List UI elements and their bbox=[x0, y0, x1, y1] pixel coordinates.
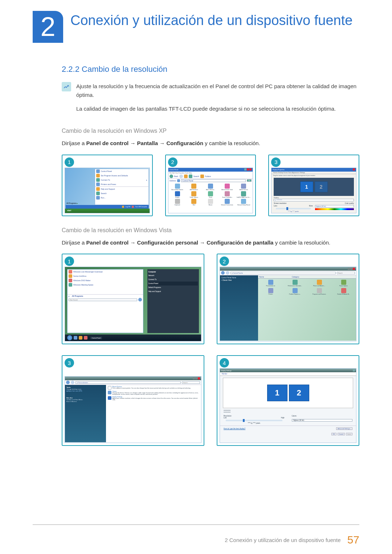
all-programs: All Programs bbox=[66, 202, 77, 204]
more: More bbox=[309, 205, 313, 207]
connect-item: Connect To bbox=[101, 179, 110, 181]
ci: Network Connections bbox=[221, 204, 233, 206]
vista-figure-2: 2 ▸ Control Panel ▸ Control Panel Home •… bbox=[217, 254, 359, 344]
xp-instr-post: y cambie la resolución. bbox=[203, 140, 260, 146]
note-block: Ajuste la resolución y la frecuencia de … bbox=[62, 82, 359, 118]
search-item: Search bbox=[101, 192, 107, 194]
ds-win-title: Display Settings bbox=[221, 370, 232, 372]
ds-text: Adjust your monitor resolution, which ch… bbox=[113, 398, 200, 401]
vista-start-mock: Windows Live Messenger Download Norton A… bbox=[65, 267, 201, 341]
vista-row-1: 1 Windows Live Messenger Download Norton… bbox=[62, 254, 359, 344]
ci: Folder Options bbox=[190, 197, 198, 198]
v-callout-1: 1 bbox=[65, 257, 74, 266]
help-item: Help and Support bbox=[101, 188, 115, 190]
turnoff: Turn Off Computer bbox=[135, 206, 147, 208]
xp-figure-1: 1 Control Panel Set Program Access and D… bbox=[62, 155, 153, 216]
v-addr: Control Panel bbox=[233, 272, 242, 274]
dvd: Windows DVD Maker bbox=[73, 279, 91, 282]
start-search bbox=[69, 299, 137, 301]
callout-1: 1 bbox=[65, 157, 74, 167]
vci: Printers bbox=[268, 294, 273, 295]
v-ok: OK bbox=[331, 433, 336, 435]
callout-3: 3 bbox=[271, 157, 281, 167]
ci: Fonts bbox=[209, 197, 212, 198]
note-text: Ajuste la resolución y la frecuencia de … bbox=[76, 82, 359, 118]
dp-tabs: Themes Desktop Screen Saver Appearance S… bbox=[271, 172, 356, 174]
xp-figure-2: 2 Control Panel File Edit View Favorites… bbox=[165, 155, 256, 216]
footer-divider bbox=[33, 524, 359, 525]
v-callout-2: 2 bbox=[220, 257, 229, 266]
chapter-header: 2 Conexión y utilización de un dispositi… bbox=[33, 11, 359, 43]
classic-view: Classic View bbox=[222, 279, 232, 281]
vista-display-settings-mock: Display Settings Monitor 12 *********** … bbox=[220, 368, 356, 443]
footer-text: 2 Conexión y utilización de un dispositi… bbox=[225, 537, 340, 543]
v-instr-pre: Diríjase a bbox=[62, 239, 86, 246]
ci: Mouse bbox=[209, 204, 213, 206]
defprog: Default Programs bbox=[148, 286, 198, 290]
v-callout-3: 3 bbox=[65, 358, 74, 368]
xp-figure-3: 3 Display Properties Themes Desktop Scre… bbox=[268, 155, 359, 216]
v-cancel: Cancel bbox=[338, 433, 345, 435]
v-apply: Apply bbox=[346, 433, 352, 435]
v-all-programs: All Programs bbox=[72, 295, 83, 297]
vista-heading: Cambio de la resolución en Windows Vista bbox=[62, 227, 359, 234]
monitor-tab: Monitor bbox=[220, 372, 356, 376]
vista-figure-3: 3 ▸ Personalization Tasks Change desktop… bbox=[62, 355, 204, 446]
vci: Programs and Features bbox=[313, 294, 326, 295]
vci: Problem Reports a... bbox=[289, 294, 301, 295]
vista-personalization-mock: ▸ Personalization Tasks Change desktop i… bbox=[65, 376, 201, 443]
addr-val: Control Panel bbox=[181, 179, 246, 182]
xp-figure-row: 1 Control Panel Set Program Access and D… bbox=[62, 155, 359, 216]
best-display-link: How do I get the best display? bbox=[224, 428, 245, 430]
section-heading: 2.2.2 Cambio de la resolución bbox=[62, 65, 359, 74]
xp-path2: Pantalla bbox=[137, 140, 158, 146]
cp-title: Control Panel bbox=[170, 169, 178, 171]
page-footer: 2 Conexión y utilización de un dispositi… bbox=[33, 534, 359, 546]
cp-home: Control Panel Home bbox=[221, 277, 257, 279]
v-path2: Configuración personal bbox=[137, 239, 198, 246]
v-path1: Panel de control bbox=[86, 239, 129, 246]
defaults-item: Set Program Access and Defaults bbox=[101, 175, 128, 177]
ci: Intel(R) GMA Driver for ... bbox=[237, 197, 251, 198]
color-val: Highest (32 bit) bbox=[315, 205, 354, 208]
note-icon bbox=[62, 82, 71, 91]
chapter-number-badge: 2 bbox=[33, 11, 63, 43]
vista-cp-mock: ▸ Control Panel ▸ Control Panel Home • C… bbox=[220, 267, 356, 341]
xp-instruction: Diríjase a Panel de control → Pantalla →… bbox=[62, 139, 359, 148]
folders-btn: Folders bbox=[205, 175, 211, 177]
ci: Add Hardware bbox=[190, 189, 198, 190]
vci: Personalizati on bbox=[266, 285, 275, 287]
cp-vista: Control Panel bbox=[148, 282, 198, 286]
search-btn: Search bbox=[193, 175, 199, 177]
xp-start-menu-mock: Control Panel Set Program Access and Def… bbox=[65, 168, 150, 213]
dp-disp-label: Display: bbox=[274, 197, 279, 198]
start-button: start bbox=[65, 209, 150, 213]
theme-text: Change the theme. Themes can change a wi… bbox=[113, 392, 200, 395]
v-instr-post: y cambie la resolución. bbox=[273, 239, 330, 246]
taskbar-cp: Control Panel bbox=[90, 337, 102, 339]
cp-icons-grid: Accessibility Options Add Hardware Add o… bbox=[168, 182, 253, 207]
vci: Realtek HD Audio M... bbox=[337, 294, 350, 295]
network: Network bbox=[148, 274, 198, 278]
xp-display-props-mock: Display Properties Themes Desktop Screen… bbox=[271, 168, 356, 213]
ci: Accessibility Options bbox=[171, 189, 183, 190]
sa2: Ease of Access bbox=[66, 401, 105, 402]
ci: Keyboard bbox=[175, 204, 180, 206]
vista-instruction: Diríjase a Panel de control → Configurac… bbox=[62, 238, 359, 247]
note-p1: Ajuste la resolución y la frecuencia de … bbox=[76, 82, 359, 99]
v-res-val: **** by **** pixels bbox=[224, 422, 285, 424]
v-cp-search bbox=[337, 272, 355, 274]
xp-cp-mock: Control Panel File Edit View Favorites T… bbox=[168, 168, 253, 213]
callout-2: 2 bbox=[168, 157, 177, 167]
v-path3: Configuración de pantalla bbox=[207, 239, 273, 246]
note-p2: La calidad de imagen de las pantallas TF… bbox=[76, 104, 359, 113]
v-advanced-btn: Advanced Settings... bbox=[336, 427, 352, 430]
ci: Administrative Tools bbox=[221, 189, 233, 190]
arrow-2: → bbox=[158, 140, 166, 146]
go-btn: Go bbox=[247, 179, 252, 182]
vci: Phone and Modem ... bbox=[313, 285, 325, 287]
logoff: Log Off bbox=[126, 206, 130, 208]
ci: Display bbox=[175, 197, 179, 198]
addr-label: Address bbox=[170, 180, 176, 182]
mp-text: Pick a different mouse pointer. You can … bbox=[113, 387, 191, 389]
